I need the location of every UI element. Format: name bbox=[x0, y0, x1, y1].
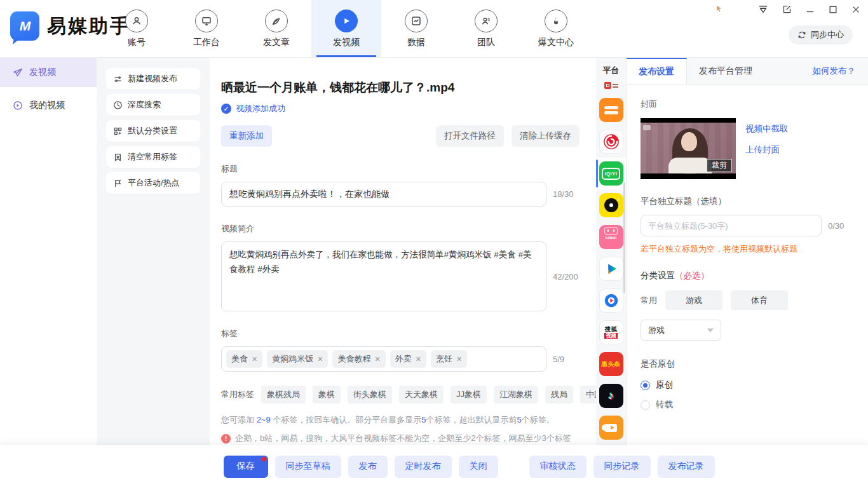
common-tag[interactable]: 江湖象棋 bbox=[494, 386, 538, 403]
tags-field-label: 标签 bbox=[221, 328, 580, 339]
desc-textarea[interactable]: 想吃黄焖鸡别再点外卖了，我们在家也能做，方法很简单#黄焖鸡米饭 #美食 #美食教… bbox=[221, 241, 546, 311]
sohu-video-icon: 搜狐 视频 bbox=[599, 320, 623, 344]
common-tag[interactable]: 残局 bbox=[545, 386, 573, 403]
remove-tag-icon[interactable]: ✕ bbox=[374, 355, 380, 363]
platform-haokan-video[interactable] bbox=[596, 285, 626, 316]
clear-tags-button[interactable]: 清空常用标签 bbox=[106, 146, 200, 168]
play-circle-icon bbox=[13, 100, 23, 111]
remove-tag-icon[interactable]: ✕ bbox=[416, 355, 421, 363]
nav-hot-center[interactable]: 爆文中心 bbox=[521, 0, 591, 57]
close-button[interactable]: 关闭 bbox=[459, 456, 498, 478]
nav-team[interactable]: 团队 bbox=[451, 0, 521, 57]
platform-scrollbar[interactable] bbox=[623, 182, 625, 293]
publish-button[interactable]: 发布 bbox=[348, 456, 388, 478]
platform-activity-button[interactable]: 平台活动/热点 bbox=[106, 172, 200, 194]
audit-status-button[interactable]: 审核状态 bbox=[529, 456, 587, 478]
radio-repost[interactable]: 转载 bbox=[641, 399, 854, 410]
logo-letter: M bbox=[20, 18, 31, 34]
platform-hui-toutiao[interactable]: 惠头条 bbox=[596, 348, 626, 380]
remove-tag-icon[interactable]: ✕ bbox=[456, 355, 462, 363]
remove-tag-icon[interactable]: ✕ bbox=[317, 355, 323, 363]
clear-upload-cache-button[interactable]: 清除上传缓存 bbox=[512, 125, 580, 147]
bilibili-icon: bilibili bbox=[599, 225, 623, 249]
schedule-publish-button[interactable]: 定时发布 bbox=[395, 456, 452, 478]
common-tag[interactable]: 天天象棋 bbox=[399, 386, 444, 403]
radio-selected-icon bbox=[641, 381, 650, 390]
top-nav: 账号 工作台 发文章 发视频 数据 bbox=[102, 0, 591, 57]
common-tag[interactable]: 象棋 bbox=[313, 386, 341, 403]
hint-number: 5 bbox=[421, 415, 426, 424]
platform-orange-app[interactable] bbox=[596, 94, 626, 126]
platform-douyin[interactable]: ♪ bbox=[596, 380, 626, 412]
nav-workbench[interactable]: 工作台 bbox=[172, 0, 241, 57]
tab-platform-manage[interactable]: 发布平台管理 bbox=[687, 58, 764, 84]
category-label-text: 分类设置 bbox=[641, 271, 675, 280]
hint-text: 个标签，按回车确认。部分平台最多显示 bbox=[271, 415, 422, 424]
remove-tag-icon[interactable]: ✕ bbox=[252, 355, 257, 363]
sync-log-button[interactable]: 同步记录 bbox=[593, 456, 651, 478]
title-input[interactable] bbox=[221, 182, 546, 207]
upload-cover-link[interactable]: 上传封面 bbox=[745, 144, 789, 156]
nav-hot-label: 爆文中心 bbox=[538, 37, 574, 48]
minimize-icon[interactable] bbox=[806, 5, 815, 14]
tag-chip: 黄焖鸡米饭✕ bbox=[267, 350, 328, 368]
radio-original[interactable]: 原创 bbox=[641, 379, 854, 391]
category-select[interactable]: 游戏 bbox=[641, 320, 721, 341]
publish-log-button[interactable]: 发布记录 bbox=[658, 456, 715, 478]
title-field-label: 标题 bbox=[221, 163, 580, 175]
sync-center-button[interactable]: 同步中心 bbox=[789, 25, 853, 44]
deep-search-button[interactable]: 深度搜索 bbox=[106, 94, 200, 116]
independent-title-input[interactable] bbox=[641, 215, 822, 236]
nav-article[interactable]: 发文章 bbox=[241, 0, 311, 57]
capture-from-video-link[interactable]: 视频中截取 bbox=[745, 123, 789, 135]
tag-chip: 美食✕ bbox=[226, 350, 262, 368]
original-label: 是否原创 bbox=[641, 358, 854, 370]
default-category-button[interactable]: 默认分类设置 bbox=[106, 120, 200, 142]
readd-video-button[interactable]: 重新添加 bbox=[221, 125, 272, 147]
hui-toutiao-wordmark: 惠头条 bbox=[602, 360, 621, 369]
tags-input-row: 美食✕ 黄焖鸡米饭✕ 美食教程✕ 外卖✕ 烹饪✕ 5/9 bbox=[221, 346, 580, 372]
platform-kuaishou[interactable] bbox=[596, 412, 626, 444]
sync-draft-button[interactable]: 同步至草稿 bbox=[275, 456, 341, 478]
platform-sohu-video[interactable]: 搜狐 视频 bbox=[596, 316, 626, 348]
nav-account[interactable]: 账号 bbox=[102, 0, 172, 57]
tag-text: 外卖 bbox=[395, 353, 412, 365]
platform-yellow-music[interactable]: ♪ bbox=[596, 189, 626, 221]
data-chart-icon bbox=[405, 10, 428, 32]
how-to-publish-link[interactable]: 如何发布？ bbox=[813, 65, 856, 77]
haokan-video-icon bbox=[599, 288, 623, 313]
menu-dropdown-icon[interactable] bbox=[758, 5, 768, 14]
panel-tabs: 发布设置 发布平台管理 如何发布？ bbox=[627, 58, 868, 85]
crop-button[interactable]: 裁剪 bbox=[707, 159, 732, 172]
common-category-label: 常用 bbox=[641, 295, 657, 306]
video-actions: 重新添加 打开文件路径 清除上传缓存 bbox=[221, 125, 580, 147]
common-tag[interactable]: 象棋残局 bbox=[261, 386, 306, 403]
nav-account-label: 账号 bbox=[128, 37, 146, 48]
cover-thumbnail[interactable]: 裁剪 bbox=[641, 118, 736, 179]
nav-video[interactable]: 发视频 bbox=[311, 0, 381, 57]
platform-iqiyi-selected[interactable]: iQIYI bbox=[596, 158, 626, 189]
save-button[interactable]: 保存 bbox=[224, 456, 268, 478]
hint-text: 个标签，超出默认显示前 bbox=[426, 415, 517, 424]
new-video-publish-button[interactable]: 新建视频发布 bbox=[106, 68, 200, 90]
maximize-icon[interactable] bbox=[829, 5, 837, 14]
open-file-path-button[interactable]: 打开文件路径 bbox=[436, 125, 504, 147]
nav-data[interactable]: 数据 bbox=[381, 0, 451, 57]
platform-bilibili[interactable]: bilibili bbox=[596, 221, 626, 253]
category-sports-button[interactable]: 体育 bbox=[731, 290, 788, 310]
common-tag[interactable]: 街头象棋 bbox=[348, 386, 392, 403]
tags-input[interactable]: 美食✕ 黄焖鸡米饭✕ 美食教程✕ 外卖✕ 烹饪✕ bbox=[221, 346, 546, 372]
close-icon[interactable] bbox=[851, 5, 860, 14]
platform-phoenix-video[interactable] bbox=[596, 126, 626, 158]
common-tag[interactable]: JJ象棋 bbox=[451, 386, 487, 403]
tab-publish-settings[interactable]: 发布设置 bbox=[627, 58, 687, 84]
orange-app-icon bbox=[599, 98, 623, 122]
feedback-icon[interactable] bbox=[782, 4, 792, 14]
category-game-button[interactable]: 游戏 bbox=[665, 290, 722, 310]
hui-toutiao-icon: 惠头条 bbox=[599, 352, 623, 376]
sidebar-item-my-videos[interactable]: 我的视频 bbox=[0, 91, 97, 120]
default-category-label: 默认分类设置 bbox=[128, 125, 177, 137]
platform-column-label: 平台 bbox=[603, 65, 620, 76]
platform-tencent-video[interactable] bbox=[596, 253, 626, 285]
sidebar-item-publish-video[interactable]: 发视频 bbox=[0, 58, 97, 87]
